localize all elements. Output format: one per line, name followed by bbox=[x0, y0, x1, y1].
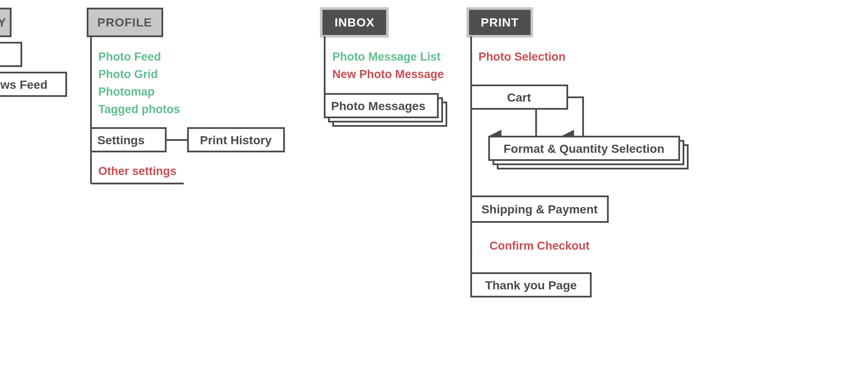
print-column: PRINT Photo Selection Cart Format & Quan… bbox=[468, 9, 688, 297]
thank-you-label: Thank you Page bbox=[485, 279, 577, 292]
activity-column: Y News Feed bbox=[0, 9, 66, 96]
profile-item-3: Tagged photos bbox=[98, 103, 180, 116]
inbox-header-label: INBOX bbox=[334, 16, 375, 29]
profile-item-1: Photo Grid bbox=[98, 68, 158, 81]
profile-column: PROFILE Photo Feed Photo Grid Photomap T… bbox=[88, 9, 284, 184]
inbox-column: INBOX Photo Message List New Photo Messa… bbox=[321, 9, 446, 126]
profile-item-0: Photo Feed bbox=[98, 50, 161, 63]
photo-selection: Photo Selection bbox=[478, 50, 566, 63]
format-quantity-label: Format & Quantity Selection bbox=[504, 142, 665, 155]
shipping-payment-label: Shipping & Payment bbox=[481, 203, 598, 216]
activity-header-label: Y bbox=[0, 16, 6, 29]
news-feed-label: News Feed bbox=[0, 78, 47, 91]
other-settings-label: Other settings bbox=[98, 165, 176, 178]
new-photo-message: New Photo Message bbox=[332, 68, 444, 81]
profile-item-2: Photomap bbox=[98, 85, 155, 98]
sitemap-diagram: Y News Feed PROFILE Photo Feed Photo Gri… bbox=[0, 0, 868, 382]
settings-label: Settings bbox=[97, 134, 144, 147]
cart-label: Cart bbox=[507, 91, 531, 104]
profile-header-label: PROFILE bbox=[97, 16, 152, 29]
confirm-checkout: Confirm Checkout bbox=[490, 239, 589, 252]
print-history-label: Print History bbox=[200, 134, 272, 147]
photo-messages-label: Photo Messages bbox=[331, 99, 425, 113]
print-header-label: PRINT bbox=[481, 16, 519, 29]
svg-rect-2 bbox=[0, 43, 21, 66]
photo-message-list: Photo Message List bbox=[332, 50, 441, 63]
